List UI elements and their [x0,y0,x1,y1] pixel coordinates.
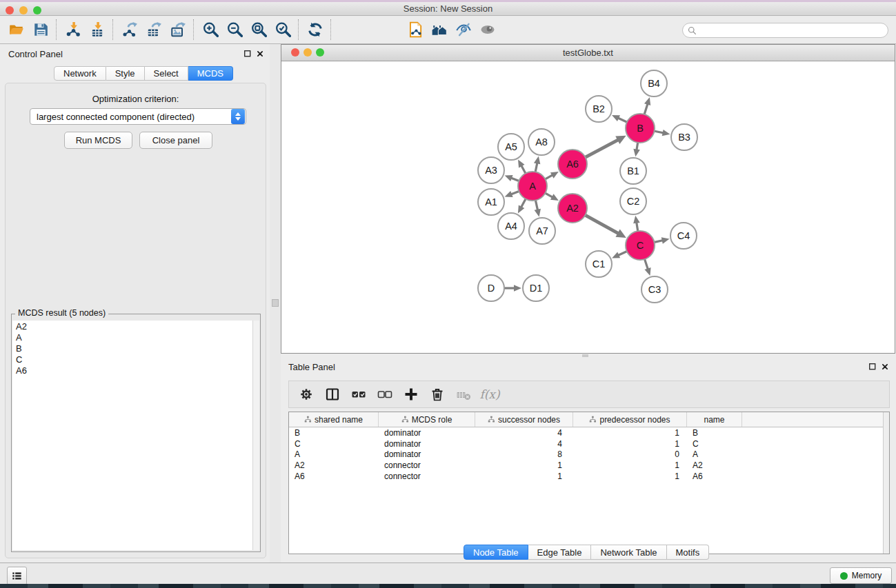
column-label: shared name [315,415,363,425]
save-button[interactable] [28,18,52,41]
edge-arrowhead-icon [662,130,670,136]
column-header-name[interactable]: name [687,412,742,427]
select-stepper-icon [231,109,245,124]
add-column-icon [404,387,419,402]
split-view-button[interactable] [319,383,346,405]
table-cell: 8 [475,449,573,459]
result-item[interactable]: A2 [12,321,252,332]
table-row[interactable]: Bdominator41B [289,427,889,438]
export-image-button[interactable] [166,18,190,41]
import-table-button[interactable] [85,18,109,41]
table-row[interactable]: A2connector11A2 [289,460,889,471]
open-folder-icon [8,21,25,38]
memory-status-icon [840,572,848,580]
close-panel-icon[interactable] [256,50,264,58]
graph-node-label: A6 [566,159,579,170]
close-panel-icon[interactable] [881,363,889,371]
home-fit-button[interactable] [427,18,451,41]
graph-edge-A6-B[interactable] [584,139,619,158]
table-scrollbar[interactable] [883,412,889,554]
run-mcds-button[interactable]: Run MCDS [64,132,132,149]
desktop-strip-bottom [0,584,896,588]
tab-select[interactable]: Select [145,66,188,81]
table-cell: dominator [379,428,475,438]
zoom-in-button[interactable] [198,18,222,41]
table-cell: B [289,428,379,438]
tree-namespace-icon [401,416,409,423]
tab-edge-table[interactable]: Edge Table [528,545,592,560]
tab-motifs[interactable]: Motifs [667,545,710,560]
split-handle-icon[interactable] [272,299,279,307]
table-row[interactable]: Cdominator41C [289,438,889,449]
optimization-criterion-select[interactable]: largest connected component (directed) [30,108,246,125]
export-network-button[interactable] [117,18,141,41]
toolbar-group [61,18,109,41]
graph-node-label: B3 [678,132,690,143]
split-handle-icon[interactable] [582,354,588,357]
add-column-button[interactable] [398,383,424,405]
zoom-selected-button[interactable] [270,18,295,41]
table-panel: Table Panel f(x) shared nameMCDS rolesuc… [281,358,896,562]
search-input[interactable] [699,24,888,37]
tab-network-table[interactable]: Network Table [591,545,666,560]
table-cell: 1 [573,460,687,470]
export-network-icon [121,21,138,38]
eye-hide-icon [455,21,472,38]
result-item[interactable]: A [12,332,252,343]
edge-arrowhead-icon [534,156,540,165]
result-item[interactable]: C [12,354,252,365]
mcds-result-title: MCDS result (5 nodes) [15,308,108,318]
zoom-out-button[interactable] [222,18,246,41]
eye-hide-button[interactable] [451,18,475,41]
network-titlebar[interactable]: testGlobe.txt [281,45,895,61]
edge-arrowhead-icon [633,216,639,224]
table-header-row: shared nameMCDS rolesuccessor nodesprede… [289,412,889,427]
column-label: predecessor nodes [599,415,670,425]
task-history-button[interactable] [7,567,27,585]
search-field[interactable] [682,23,888,38]
graph-node-label: C3 [648,284,661,295]
graph-node-label: A7 [536,225,548,236]
result-item[interactable]: A6 [12,365,252,376]
import-network-button[interactable] [61,18,85,41]
table-row[interactable]: Adominator80A [289,449,889,460]
float-panel-icon[interactable] [243,50,252,58]
column-header-predecessor-nodes[interactable]: predecessor nodes [573,412,687,427]
zoom-fit-button[interactable] [246,18,270,41]
toolbar-group [403,18,499,41]
column-header-MCDS-role[interactable]: MCDS role [379,412,475,427]
mcds-tab-content: Optimization criterion: largest connecte… [5,83,266,558]
result-list-scrollbar[interactable] [252,321,259,550]
edge-arrowhead-icon [514,285,521,292]
column-label: name [704,415,724,425]
toolbar-separator [112,19,114,40]
split-divider-vertical[interactable] [270,44,281,562]
tab-node-table[interactable]: Node Table [464,545,528,560]
export-table-button[interactable] [141,18,166,41]
document-network-button[interactable] [403,18,427,41]
close-panel-button[interactable]: Close panel [139,132,212,149]
settings-gear-button[interactable] [293,383,319,405]
select-all-checkboxes-button[interactable] [346,383,372,405]
result-item[interactable]: B [12,343,252,354]
table-row[interactable]: A6connector11A6 [289,471,889,482]
eye-show-button[interactable] [475,18,499,41]
network-title: testGlobe.txt [281,48,895,58]
column-header-successor-nodes[interactable]: successor nodes [475,412,573,427]
network-graph[interactable]: AA1A2A3A4A5A6A7A8BB1B2B3B4CC1C2C3C4DD1 [282,61,894,353]
delete-column-button[interactable] [424,383,450,405]
deselect-all-checkboxes-button[interactable] [372,383,398,405]
tab-mcds[interactable]: MCDS [188,66,233,81]
memory-button[interactable]: Memory [830,567,892,584]
table-cell: A2 [289,460,379,470]
tab-style[interactable]: Style [106,66,145,81]
toolbar-group [4,18,52,41]
mcds-result-groupbox: MCDS result (5 nodes) A2ABCA6 [11,314,261,552]
float-panel-icon[interactable] [868,363,877,371]
tab-network[interactable]: Network [54,66,106,81]
graph-edge-A2-C[interactable] [584,214,619,234]
refresh-button[interactable] [303,18,327,41]
open-folder-button[interactable] [4,18,28,41]
table-cell: connector [379,472,475,481]
column-header-shared-name[interactable]: shared name [289,412,379,427]
